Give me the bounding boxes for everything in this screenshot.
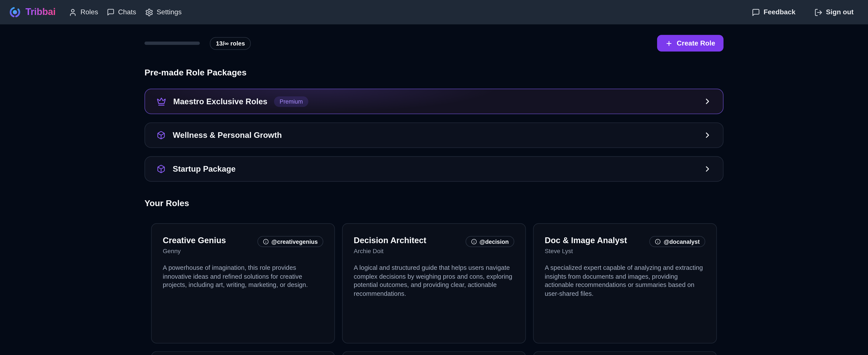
role-description: A powerhouse of imagination, this role p… [163,264,323,290]
app-root: Tribbai Roles Chats Settings [0,0,868,355]
package-row-maestro[interactable]: Maestro Exclusive Roles Premium [145,89,723,114]
nav-label: Roles [81,8,98,16]
crown-icon [157,97,166,106]
role-card-decision-architect[interactable]: Decision Architect Archie Doit @decision… [342,223,526,344]
roles-grid-next-row [151,351,717,355]
card-header: Creative Genius Genny @creativegenius [163,235,323,254]
role-handle: @docanalyst [664,238,700,245]
chevron-right-icon [703,131,712,140]
roles-progress-bar [145,41,200,45]
navbar: Tribbai Roles Chats Settings [0,0,868,24]
role-handle-badge[interactable]: @decision [465,236,514,247]
package-row-startup[interactable]: Startup Package [145,156,723,182]
roles-toolbar: 13/∞ roles Create Role [145,35,723,52]
role-subtitle: Steve Lyst [545,248,627,255]
card-header: Decision Architect Archie Doit @decision [354,235,514,254]
packages-section-title: Pre-made Role Packages [145,68,723,78]
role-card-stub[interactable] [151,351,335,355]
role-handle-badge[interactable]: @creativegenius [257,236,323,247]
role-subtitle: Genny [163,248,226,255]
role-description: A logical and structured guide that help… [354,264,514,298]
card-header: Doc & Image Analyst Steve Lyst @docanaly… [545,235,705,254]
role-card-stub[interactable] [533,351,717,355]
create-role-label: Create Role [677,39,715,47]
role-card-creative-genius[interactable]: Creative Genius Genny @creativegenius A … [151,223,335,344]
feedback-button[interactable]: Feedback [752,8,796,16]
nav-right: Feedback Sign out [752,8,854,16]
plus-icon [665,40,672,47]
package-icon [157,165,165,173]
package-title: Wellness & Personal Growth [173,131,282,140]
nav-item-chats[interactable]: Chats [107,8,136,16]
role-handle: @decision [479,238,509,245]
logout-icon [814,8,823,16]
roles-count-badge: 13/∞ roles [210,37,251,50]
main-nav: Roles Chats Settings [69,8,182,16]
brand-wordmark: Tribbai [26,7,56,18]
main-content: 13/∞ roles Create Role Pre-made Role Pac… [145,35,723,355]
info-icon [655,239,661,244]
gear-icon [145,8,153,16]
role-subtitle: Archie Doit [354,248,426,255]
roles-grid: Creative Genius Genny @creativegenius A … [151,223,717,344]
your-roles-section-title: Your Roles [145,198,723,208]
chat-bubble-icon [107,8,115,16]
role-handle-badge[interactable]: @docanalyst [650,236,705,247]
nav-item-roles[interactable]: Roles [69,8,98,16]
role-title: Creative Genius [163,235,226,245]
role-card-doc-image-analyst[interactable]: Doc & Image Analyst Steve Lyst @docanaly… [533,223,717,344]
nav-item-settings[interactable]: Settings [145,8,182,16]
chat-bubble-icon [752,8,760,16]
package-title: Startup Package [173,165,236,173]
role-card-stub[interactable] [342,351,526,355]
chevron-right-icon [703,165,712,173]
nav-label: Settings [157,8,182,16]
info-icon [263,239,269,244]
package-row-wellness[interactable]: Wellness & Personal Growth [145,122,723,148]
role-description: A specialized expert capable of analyzin… [545,264,705,298]
nav-label: Chats [118,8,136,16]
role-title: Decision Architect [354,235,426,245]
role-handle: @creativegenius [271,238,318,245]
brand-logo[interactable]: Tribbai [9,6,56,18]
role-title: Doc & Image Analyst [545,235,627,245]
create-role-button[interactable]: Create Role [657,35,723,52]
user-icon [69,8,77,16]
tribbai-logo-icon [9,6,21,18]
nav-label: Feedback [764,8,796,16]
sign-out-button[interactable]: Sign out [814,8,854,16]
package-title: Maestro Exclusive Roles [173,97,268,106]
chevron-right-icon [703,97,712,106]
package-icon [157,131,165,140]
premium-badge: Premium [274,96,308,107]
info-icon [471,239,477,244]
nav-label: Sign out [826,8,854,16]
